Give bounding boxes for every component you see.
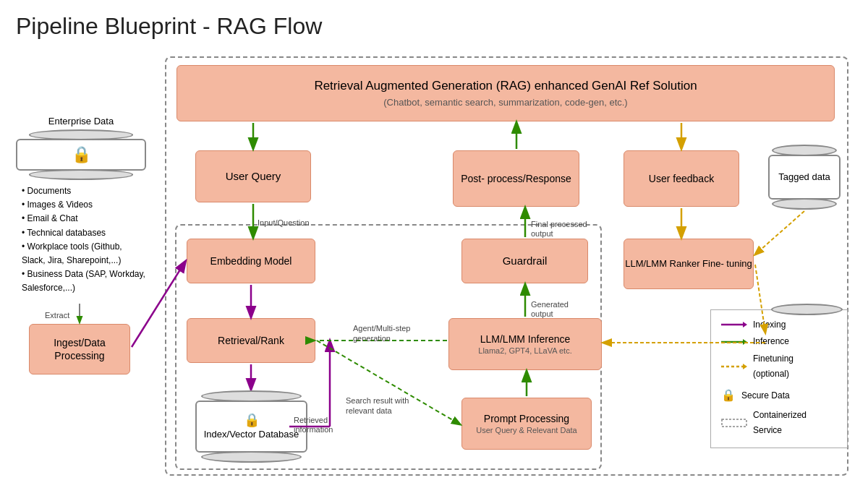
- rag-title-text: Retrieval Augmented Generation (RAG) enh…: [314, 78, 697, 94]
- rag-title-box: Retrieval Augmented Generation (RAG) enh…: [176, 65, 835, 121]
- ingest-data-label: Ingest/Data Processing: [30, 336, 129, 362]
- legend-secure: Secure Data: [741, 388, 790, 404]
- llm-finetuning-box: LLM/LMM Ranker Fine- tuning: [624, 239, 754, 289]
- user-feedback-label: User feedback: [649, 172, 714, 185]
- embedding-model-label: Embedding Model: [210, 254, 292, 267]
- svg-text:Extract: Extract: [45, 311, 69, 320]
- llm-sub-label: Llama2, GPT4, LLaVA etc.: [478, 346, 571, 356]
- guardrail-box: Guardrail: [461, 239, 588, 283]
- post-process-label: Post- process/Response: [461, 172, 571, 185]
- index-db-label: Index/Vector Database: [204, 429, 299, 441]
- retrieval-rank-label: Retrieval/Rank: [218, 334, 284, 347]
- enterprise-data-container: Enterprise Data 🔒 • Documents • Images &…: [16, 116, 146, 296]
- rag-subtitle-text: (Chatbot, semantic search, summarization…: [383, 97, 627, 109]
- prompt-processing-box: Prompt Processing User Query & Relevant …: [461, 398, 592, 450]
- llm-inference-box: LLM/LMM Inference Llama2, GPT4, LLaVA et…: [448, 318, 602, 370]
- llm-inference-label: LLM/LMM Inference: [480, 333, 571, 346]
- llm-finetuning-label: LLM/LMM Ranker Fine- tuning: [625, 258, 752, 270]
- prompt-sub-label: User Query & Relevant Data: [476, 425, 576, 435]
- post-process-box: Post- process/Response: [453, 150, 579, 207]
- legend-indexing: Indexing: [753, 317, 786, 333]
- user-feedback-box: User feedback: [624, 150, 739, 207]
- legend-containerized: ContainerizedService: [753, 408, 807, 439]
- page-title: Pipeline Blueprint - RAG Flow: [16, 13, 322, 40]
- user-query-box: User Query: [195, 150, 311, 202]
- legend-box: Indexing Inference Finetuning(optional) …: [710, 309, 848, 448]
- prompt-processing-label: Prompt Processing: [484, 412, 569, 425]
- legend-finetuning: Finetuning(optional): [753, 351, 793, 382]
- svg-marker-1: [743, 322, 747, 328]
- svg-marker-5: [743, 364, 747, 369]
- user-query-label: User Query: [226, 169, 281, 184]
- ingest-data-box: Ingest/Data Processing: [29, 324, 130, 374]
- guardrail-label: Guardrail: [503, 254, 548, 268]
- tagged-data-cylinder: Tagged data: [768, 145, 841, 210]
- legend-inference: Inference: [753, 334, 789, 350]
- svg-marker-3: [743, 339, 747, 345]
- index-vector-db: 🔒 Index/Vector Database: [195, 390, 307, 463]
- enterprise-list: • Documents • Images & Videos • Email & …: [16, 184, 146, 296]
- tagged-data-label: Tagged data: [778, 171, 830, 184]
- svg-rect-6: [722, 419, 746, 427]
- retrieval-rank-box: Retrieval/Rank: [187, 318, 315, 363]
- embedding-model-box: Embedding Model: [187, 239, 315, 283]
- enterprise-data-label: Enterprise Data: [16, 116, 146, 127]
